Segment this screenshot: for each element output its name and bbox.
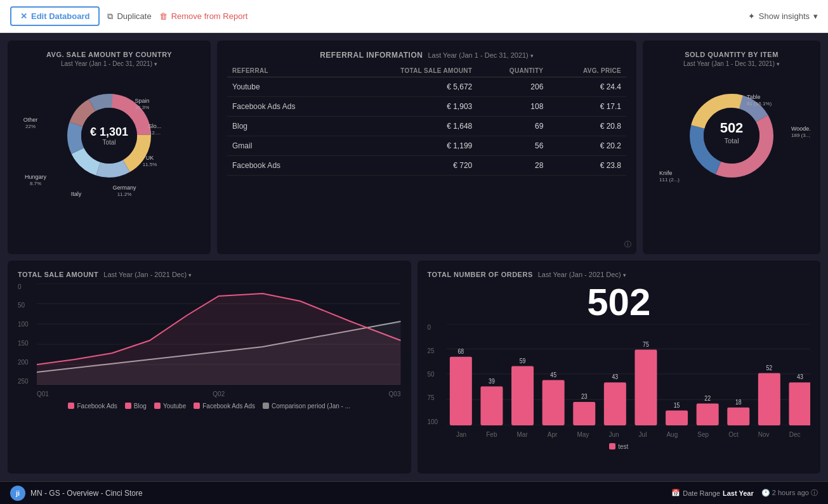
svg-text:22: 22 — [704, 394, 711, 401]
svg-text:Woode...: Woode... — [791, 126, 810, 132]
legend-blog: Blog — [125, 403, 147, 410]
avg-sale-center: € 1,301 Total — [90, 126, 128, 146]
referral-header: REFERRAL INFORMATION Last Year (Jan 1 - … — [227, 51, 626, 60]
total-orders-card: TOTAL NUMBER OF ORDERS Last Year (Jan - … — [417, 261, 821, 474]
svg-text:111 (2...): 111 (2...) — [659, 177, 680, 183]
total-sale-card: TOTAL SALE AMOUNT Last Year (Jan - 2021 … — [8, 261, 411, 474]
app-logo: ji — [10, 486, 25, 501]
table-row: Blog € 1,648 69 € 20.8 — [227, 117, 626, 136]
legend-color — [194, 403, 200, 409]
svg-text:22%: 22% — [25, 124, 36, 129]
svg-text:45: 45 — [550, 370, 556, 378]
referral-period-dropdown[interactable]: Last Year (Jan 1 - Dec 31, 2021)▾ — [428, 51, 533, 59]
remove-from-report-button[interactable]: 🗑 Remove from Report — [159, 11, 248, 21]
svg-point-26 — [704, 108, 759, 164]
bar-chart-svg: 68 39 59 45 23 — [447, 324, 811, 425]
legend-test: test — [609, 443, 628, 450]
referral-card: REFERRAL INFORMATION Last Year (Jan 1 - … — [217, 41, 636, 254]
referral-title: REFERRAL INFORMATION — [320, 51, 423, 60]
chevron-down-icon: ▾ — [188, 272, 192, 278]
total-orders-header: TOTAL NUMBER OF ORDERS Last Year (Jan - … — [428, 271, 811, 278]
col-avg-price: AVG. PRICE — [548, 65, 626, 77]
total-sale-header: TOTAL SALE AMOUNT Last Year (Jan - 2021 … — [18, 271, 401, 278]
svg-text:11.2%: 11.2% — [117, 191, 132, 197]
total-orders-period[interactable]: Last Year (Jan - 2021 Dec)▾ — [538, 271, 626, 278]
trash-icon: 🗑 — [159, 11, 168, 21]
legend-color — [68, 403, 74, 409]
avg-sale-donut: € 1,301 Total Spain 15.3% Slo... 12.... … — [18, 72, 200, 199]
avg-sale-title: AVG. SALE AMOUNT BY COUNTRY — [18, 51, 200, 58]
line-chart-legend: Facebook Ads Blog Youtube Facebook Ads A… — [18, 403, 401, 410]
svg-rect-56 — [542, 380, 564, 425]
edit-icon: ✕ — [20, 11, 27, 21]
duplicate-icon: ⧉ — [107, 11, 113, 22]
x-axis-labels: Q01Q02Q03 — [37, 391, 401, 397]
legend-color — [609, 443, 615, 449]
table-row: Gmail € 1,199 56 € 20.2 — [227, 136, 626, 156]
total-orders-title: TOTAL NUMBER OF ORDERS — [428, 271, 533, 278]
chevron-down-icon: ▾ — [154, 61, 157, 67]
legend-facebook-ads-ads: Facebook Ads Ads — [194, 403, 255, 410]
total-sale-period[interactable]: Last Year (Jan - 2021 Dec)▾ — [103, 271, 192, 278]
svg-rect-64 — [666, 410, 688, 425]
info-icon: ⓘ — [624, 240, 631, 249]
svg-rect-70 — [758, 373, 780, 425]
sold-qty-donut: 502 Total Table 81 (16.1%) Woode... 189 … — [653, 72, 810, 199]
svg-text:189 (3...): 189 (3...) — [791, 132, 810, 138]
total-sale-title: TOTAL SALE AMOUNT — [18, 271, 98, 278]
total-sale-chart: 250200150100500 — [18, 283, 401, 397]
svg-text:Total: Total — [724, 137, 739, 145]
chevron-down-icon: ▾ — [530, 53, 534, 59]
svg-rect-54 — [511, 366, 534, 425]
sold-qty-period[interactable]: Last Year (Jan 1 - Dec 31, 2021)▾ — [653, 60, 810, 67]
svg-rect-50 — [449, 356, 471, 425]
duplicate-button[interactable]: ⧉ Duplicate — [107, 11, 151, 22]
svg-rect-52 — [480, 386, 503, 425]
svg-text:502: 502 — [720, 120, 744, 136]
avg-sale-card: AVG. SALE AMOUNT BY COUNTRY Last Year (J… — [8, 41, 211, 254]
bar-svg-area: 68 39 59 45 23 — [447, 324, 811, 425]
legend-color — [263, 403, 269, 409]
svg-text:59: 59 — [519, 356, 525, 364]
svg-text:Other: Other — [23, 117, 38, 123]
chevron-down-icon: ▾ — [623, 272, 626, 278]
status-bar: ji MN - GS - Overview - Cinci Store 📅 Da… — [0, 481, 828, 504]
col-total-sale: TOTAL SALE AMOUNT — [345, 65, 477, 77]
legend-color — [154, 403, 161, 409]
orders-total-value: 502 — [428, 283, 811, 321]
svg-text:68: 68 — [457, 347, 464, 354]
svg-rect-62 — [634, 349, 657, 425]
line-chart-svg-area — [37, 283, 401, 385]
col-referral: Referral — [227, 65, 345, 77]
referral-table: Referral TOTAL SALE AMOUNT QUANTITY AVG.… — [227, 65, 626, 176]
svg-text:10.4%: 10.4% — [69, 198, 84, 199]
orders-legend: test — [428, 443, 811, 450]
calendar-icon: 📅 — [671, 489, 680, 497]
time-ago: 🕐 2 hours ago ⓘ — [761, 488, 818, 498]
col-quantity: QUANTITY — [477, 65, 548, 77]
avg-sale-period[interactable]: Last Year (Jan 1 - Dec 31, 2021)▾ — [18, 60, 200, 67]
table-row: Facebook Ads € 720 28 € 23.8 — [227, 156, 626, 176]
svg-rect-68 — [727, 407, 749, 425]
svg-rect-66 — [696, 403, 718, 425]
svg-text:Italy: Italy — [71, 191, 82, 197]
breadcrumb: MN - GS - Overview - Cinci Store — [30, 489, 143, 498]
svg-text:18: 18 — [735, 397, 741, 405]
bar-chart: 1007550250 68 — [428, 324, 811, 438]
bar-x-labels: JanFebMarApr MayJunJulAug SepOctNovDec — [447, 431, 811, 438]
show-insights-button[interactable]: ✦ Show insights ▾ — [748, 11, 818, 21]
main-content: AVG. SALE AMOUNT BY COUNTRY Last Year (J… — [0, 33, 828, 481]
sold-qty-title: SOLD QUANTITY BY ITEM — [653, 51, 810, 58]
clock-icon: 🕐 — [761, 489, 770, 496]
svg-text:43: 43 — [797, 373, 803, 380]
svg-text:15: 15 — [673, 401, 680, 408]
chevron-down-icon: ▾ — [813, 11, 818, 21]
toolbar: ✕ Edit Databoard ⧉ Duplicate 🗑 Remove fr… — [0, 0, 828, 33]
legend-comparison: Comparison period (Jan - ... — [263, 403, 350, 410]
sold-qty-donut-svg: 502 Total — [681, 85, 782, 186]
svg-rect-58 — [573, 402, 595, 425]
edit-databoard-button[interactable]: ✕ Edit Databoard — [10, 6, 100, 26]
svg-text:39: 39 — [489, 377, 495, 384]
legend-youtube: Youtube — [154, 403, 186, 410]
info-icon: ⓘ — [811, 489, 818, 496]
